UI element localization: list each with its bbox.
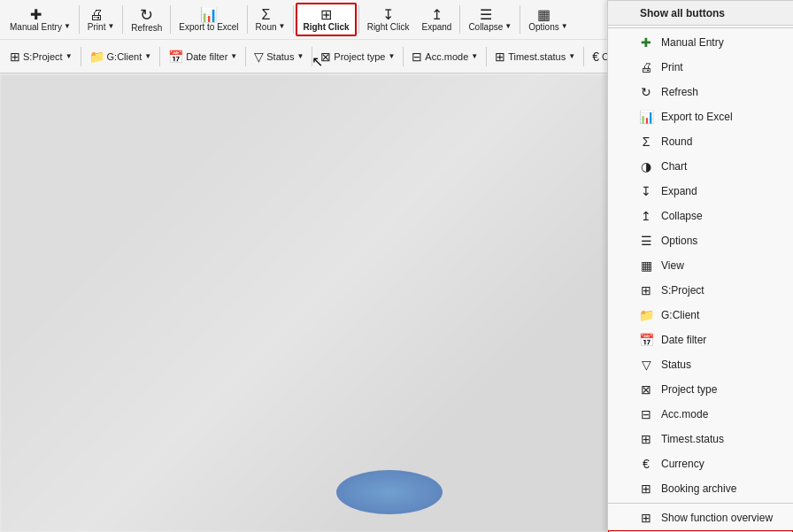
cm-chart-label: Chart bbox=[661, 160, 784, 173]
cm-refresh-item[interactable]: ↻ Refresh bbox=[608, 80, 793, 104]
sep12 bbox=[312, 47, 312, 66]
acc-mode-button[interactable]: ⊟ Acc.mode ▼ bbox=[405, 43, 484, 70]
project-type-arrow[interactable]: ▼ bbox=[388, 52, 395, 60]
show-all-buttons-item[interactable]: Show all buttons bbox=[608, 1, 793, 26]
cm-s-project-label: S:Project bbox=[661, 284, 784, 297]
view-arrow[interactable]: ▼ bbox=[561, 22, 568, 34]
cm-project-type-item[interactable]: ⊠ Project type bbox=[608, 377, 793, 402]
cm-currency-label: Currency bbox=[661, 458, 784, 470]
cm-status-item[interactable]: ▽ Status bbox=[608, 352, 793, 377]
cm-export-icon: 📊 bbox=[638, 110, 654, 124]
acc-mode-label: Acc.mode bbox=[425, 51, 468, 62]
date-filter-arrow[interactable]: ▼ bbox=[230, 52, 237, 60]
cm-g-client-label: G:Client bbox=[661, 309, 784, 321]
sep4 bbox=[247, 5, 248, 34]
round-button[interactable]: Σ Roun ▼ bbox=[250, 3, 292, 36]
collapse-button[interactable]: ↥ Expand bbox=[415, 3, 458, 36]
cm-show-function-overview-label: Show function overview bbox=[661, 512, 784, 524]
cm-acc-mode-icon: ⊟ bbox=[638, 407, 654, 421]
timest-status-button[interactable]: ⊞ Timest.status ▼ bbox=[489, 43, 581, 70]
cm-round-icon: Σ bbox=[638, 135, 654, 149]
manual-entry-label: Manual Entry bbox=[10, 23, 62, 32]
timest-status-arrow[interactable]: ▼ bbox=[568, 52, 575, 60]
options-label: Collapse bbox=[468, 23, 503, 32]
view-label: Options bbox=[528, 23, 558, 32]
refresh-button[interactable]: ↻ Refresh bbox=[125, 3, 168, 36]
status-button[interactable]: ▽ Status ▼ bbox=[248, 43, 310, 70]
cm-timest-status-item[interactable]: ⊞ Timest.status bbox=[608, 427, 793, 451]
project-type-label: Project type bbox=[334, 51, 385, 62]
cm-expand-icon: ↧ bbox=[638, 184, 654, 198]
g-client-icon: 📁 bbox=[89, 50, 104, 64]
expand-label: Right Click bbox=[367, 23, 410, 32]
print-label: Print bbox=[88, 23, 106, 32]
print-button[interactable]: 🖨 Print ▼ bbox=[81, 3, 120, 36]
cm-export-excel-item[interactable]: 📊 Export to Excel bbox=[608, 104, 793, 129]
cm-print-item[interactable]: 🖨 Print bbox=[608, 55, 793, 80]
cm-date-filter-icon: 📅 bbox=[638, 333, 654, 347]
expand-button[interactable]: ↧ Right Click bbox=[361, 3, 416, 36]
cm-view-item[interactable]: ▦ View bbox=[608, 253, 793, 278]
s-project-arrow[interactable]: ▼ bbox=[65, 52, 73, 60]
s-project-icon: ⊞ bbox=[10, 50, 20, 64]
options-icon: ☰ bbox=[480, 8, 492, 22]
cm-project-type-icon: ⊠ bbox=[638, 382, 654, 397]
manual-entry-arrow[interactable]: ▼ bbox=[64, 22, 71, 34]
cm-chart-item[interactable]: ◑ Chart bbox=[608, 154, 793, 179]
options-arrow[interactable]: ▼ bbox=[504, 22, 512, 34]
cm-expand-label: Expand bbox=[661, 185, 784, 197]
project-type-button[interactable]: ⊠ Project type ▼ bbox=[314, 43, 401, 70]
cm-collapse-item[interactable]: ↥ Collapse bbox=[608, 204, 793, 228]
status-icon: ▽ bbox=[254, 50, 264, 64]
cm-show-function-overview-item[interactable]: ⊞ Show function overview bbox=[608, 505, 793, 530]
cm-currency-icon: € bbox=[638, 457, 654, 471]
cm-booking-archive-item[interactable]: ⊞ Booking archive bbox=[608, 476, 793, 501]
timest-status-label: Timest.status bbox=[508, 51, 566, 62]
cm-timest-status-icon: ⊞ bbox=[638, 432, 654, 446]
sep10 bbox=[159, 47, 160, 66]
cm-acc-mode-item[interactable]: ⊟ Acc.mode bbox=[608, 402, 793, 427]
right-click-button[interactable]: ⊞ Right Click bbox=[296, 3, 356, 36]
status-arrow[interactable]: ▼ bbox=[296, 52, 304, 60]
export-label: Export to Excel bbox=[179, 23, 238, 32]
manual-entry-button[interactable]: ✚ Manual Entry ▼ bbox=[4, 3, 77, 36]
expand-icon: ↧ bbox=[382, 8, 394, 22]
sep14 bbox=[486, 47, 487, 66]
options-button[interactable]: ☰ Collapse ▼ bbox=[462, 3, 518, 36]
cm-print-label: Print bbox=[661, 61, 784, 73]
cm-options-item[interactable]: ☰ Options bbox=[608, 228, 793, 253]
collapse-label: Expand bbox=[421, 23, 451, 32]
s-project-label: S:Project bbox=[23, 51, 63, 62]
g-client-button[interactable]: 📁 G:Client ▼ bbox=[83, 43, 158, 70]
cm-manual-entry-item[interactable]: ✚ Manual Entry bbox=[608, 30, 793, 55]
print-arrow[interactable]: ▼ bbox=[107, 22, 114, 34]
menu-sep-1 bbox=[608, 27, 793, 28]
s-project-button[interactable]: ⊞ S:Project ▼ bbox=[4, 43, 79, 70]
export-excel-button[interactable]: 📊 Export to Excel bbox=[173, 3, 244, 36]
cm-acc-mode-label: Acc.mode bbox=[661, 408, 784, 420]
cm-booking-archive-label: Booking archive bbox=[661, 482, 784, 495]
cm-s-project-item[interactable]: ⊞ S:Project bbox=[608, 278, 793, 303]
blue-decoration bbox=[336, 470, 443, 514]
cm-g-client-item[interactable]: 📁 G:Client bbox=[608, 303, 793, 328]
cm-currency-item[interactable]: € Currency bbox=[608, 451, 793, 476]
sep13 bbox=[403, 47, 404, 66]
cm-s-project-icon: ⊞ bbox=[638, 283, 654, 297]
date-filter-button[interactable]: 📅 Date filter ▼ bbox=[162, 43, 243, 70]
menu-sep-2 bbox=[608, 503, 793, 504]
project-type-icon: ⊠ bbox=[320, 50, 331, 64]
round-arrow[interactable]: ▼ bbox=[279, 22, 286, 34]
cm-booking-archive-icon: ⊞ bbox=[638, 482, 654, 496]
cm-date-filter-item[interactable]: 📅 Date filter bbox=[608, 328, 793, 352]
cm-expand-item[interactable]: ↧ Expand bbox=[608, 179, 793, 204]
cm-manual-entry-label: Manual Entry bbox=[661, 36, 784, 49]
context-menu-panel: Show all buttons ✚ Manual Entry 🖨 Print … bbox=[607, 0, 793, 532]
cm-status-icon: ▽ bbox=[638, 358, 654, 372]
cm-g-client-icon: 📁 bbox=[638, 308, 654, 322]
acc-mode-arrow[interactable]: ▼ bbox=[471, 52, 478, 60]
g-client-arrow[interactable]: ▼ bbox=[144, 52, 151, 60]
collapse-icon: ↥ bbox=[431, 8, 443, 22]
view-button[interactable]: ▦ Options ▼ bbox=[522, 3, 574, 36]
cm-chart-icon: ◑ bbox=[638, 159, 654, 173]
cm-round-item[interactable]: Σ Round bbox=[608, 129, 793, 154]
